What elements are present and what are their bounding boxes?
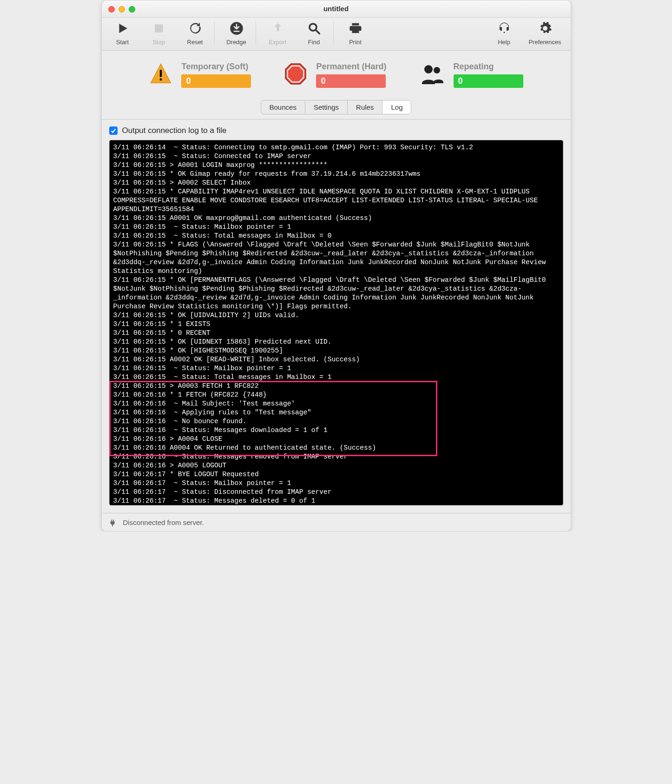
stat-label: Repeating (454, 62, 523, 72)
export-button[interactable]: Export (260, 21, 296, 46)
log-line: 3/11 06:26:17 ~ Status: Mailbox pointer … (113, 479, 559, 488)
log-terminal[interactable]: 3/11 06:26:14 ~ Status: Connecting to sm… (109, 140, 563, 505)
log-line: 3/11 06:26:15 ~ Status: Mailbox pointer … (113, 223, 559, 232)
toolbar-divider (256, 21, 256, 45)
stop-sign-icon (283, 62, 308, 88)
log-line: 3/11 06:26:16 ~ Applying rules to "Test … (113, 408, 559, 417)
log-line: 3/11 06:26:15 A0001 OK maxprog@gmail.com… (113, 214, 559, 223)
log-line: 3/11 06:26:15 ~ Status: Mailbox pointer … (113, 364, 559, 373)
log-line: 3/11 06:26:15 * FLAGS (\Answered \Flagge… (113, 240, 559, 276)
output-log-checkbox[interactable] (109, 126, 118, 135)
log-line: 3/11 06:26:15 * CAPABILITY IMAP4rev1 UNS… (113, 187, 559, 214)
stop-button[interactable]: Stop (141, 21, 177, 46)
tab-log[interactable]: Log (382, 100, 411, 114)
log-line: 3/11 06:26:16 ~ Mail Subject: 'Test mess… (113, 399, 559, 408)
play-icon (116, 21, 130, 37)
stat-count: 0 (181, 74, 251, 88)
stat-count: 0 (454, 74, 523, 88)
window-minimize-button[interactable] (119, 6, 125, 13)
log-line: 3/11 06:26:16 > A0004 CLOSE (113, 435, 559, 444)
window-traffic-lights (108, 6, 135, 13)
log-line: 3/11 06:26:15 > A0003 FETCH 1 RFC822 (113, 382, 559, 391)
toolbar: Start Stop Reset Dredge Export (102, 18, 571, 51)
toolbar-divider (333, 21, 334, 45)
help-icon (497, 21, 511, 37)
log-line: 3/11 06:26:15 > A0001 LOGIN maxprog ****… (113, 161, 559, 170)
svg-point-9 (424, 65, 433, 73)
status-bar: Disconnected from server. (102, 513, 571, 531)
log-line: 3/11 06:26:17 * BYE LOGOUT Requested (113, 470, 559, 479)
log-line: 3/11 06:26:15 * OK Gimap ready for reque… (113, 170, 559, 179)
search-icon (307, 21, 321, 37)
export-icon (271, 21, 285, 37)
status-text: Disconnected from server. (123, 518, 204, 526)
window-title: untitled (323, 5, 349, 13)
start-button[interactable]: Start (105, 21, 141, 46)
log-line: 3/11 06:26:16 ~ Status: Messages removed… (113, 452, 559, 461)
svg-line-4 (316, 30, 319, 34)
tabs-bar: Bounces Settings Rules Log (102, 100, 571, 120)
log-line: 3/11 06:26:16 ~ Status: Messages downloa… (113, 426, 559, 435)
log-line: 3/11 06:26:15 ~ Status: Total messages i… (113, 373, 559, 382)
stat-label: Permanent (Hard) (316, 62, 386, 72)
svg-rect-0 (155, 24, 163, 33)
log-line: 3/11 06:26:15 > A0002 SELECT Inbox (113, 179, 559, 187)
toolbar-divider (214, 21, 215, 45)
log-line: 3/11 06:26:14 ~ Status: Connecting to sm… (113, 143, 559, 152)
stats-row: Temporary (Soft) 0 Permanent (Hard) 0 Re… (102, 51, 571, 100)
svg-point-10 (434, 67, 440, 73)
log-line: 3/11 06:26:15 ~ Status: Connected to IMA… (113, 152, 559, 161)
log-line: 3/11 06:26:17 ~ Status: Messages deleted… (113, 497, 559, 505)
download-icon (230, 21, 244, 37)
log-line: 3/11 06:26:15 * OK [HIGHESTMODSEQ 190025… (113, 346, 559, 355)
log-line: 3/11 06:26:16 * 1 FETCH (RFC822 {7448} (113, 391, 559, 399)
svg-rect-5 (160, 70, 162, 77)
gear-icon (538, 21, 552, 37)
window-zoom-button[interactable] (129, 6, 135, 13)
svg-rect-6 (160, 79, 162, 80)
svg-marker-7 (286, 64, 306, 84)
dredge-button[interactable]: Dredge (218, 21, 255, 46)
log-line: 3/11 06:26:15 ~ Status: Total messages i… (113, 232, 559, 240)
log-line: 3/11 06:26:15 A0002 OK [READ-WRITE] Inbo… (113, 355, 559, 364)
stat-permanent: Permanent (Hard) 0 (283, 62, 386, 88)
reset-button[interactable]: Reset (177, 21, 213, 46)
log-line: 3/11 06:26:15 * OK [UIDVALIDITY 2] UIDs … (113, 311, 559, 320)
warning-icon (149, 62, 173, 88)
log-line: 3/11 06:26:15 * OK [UIDNEXT 15863] Predi… (113, 338, 559, 346)
log-line: 3/11 06:26:17 ~ Status: Disconnected fro… (113, 488, 559, 497)
log-line: 3/11 06:26:15 * 0 RECENT (113, 329, 559, 338)
window-close-button[interactable] (108, 6, 115, 13)
preferences-button[interactable]: Preferences (522, 21, 568, 46)
output-log-label: Output connection log to a file (122, 126, 227, 135)
print-button[interactable]: Print (337, 21, 374, 46)
reset-icon (188, 21, 202, 37)
stat-temporary: Temporary (Soft) 0 (149, 62, 251, 88)
stat-repeating: Repeating 0 (419, 62, 523, 88)
stat-count: 0 (316, 74, 386, 88)
tab-settings[interactable]: Settings (305, 100, 348, 114)
title-bar: untitled (102, 0, 571, 18)
svg-rect-2 (233, 31, 239, 32)
help-button[interactable]: Help (486, 21, 522, 46)
tab-rules[interactable]: Rules (348, 100, 382, 114)
log-line: 3/11 06:26:16 ~ No bounce found. (113, 417, 559, 426)
log-line: 3/11 06:26:16 > A0005 LOGOUT (113, 461, 559, 470)
find-button[interactable]: Find (296, 21, 332, 46)
stop-icon (152, 21, 166, 37)
tab-content: Output connection log to a file 3/11 06:… (102, 120, 571, 513)
log-line: 3/11 06:26:15 * 1 EXISTS (113, 320, 559, 329)
users-icon (419, 63, 445, 87)
app-window: untitled Start Stop Reset Dredge (101, 0, 571, 532)
log-line: 3/11 06:26:16 A0004 OK Returned to authe… (113, 444, 559, 452)
plug-icon (108, 517, 119, 527)
stat-label: Temporary (Soft) (181, 62, 251, 72)
tab-bounces[interactable]: Bounces (261, 100, 305, 114)
printer-icon (349, 21, 362, 37)
log-line: 3/11 06:26:15 * OK [PERMANENTFLAGS (\Ans… (113, 276, 559, 311)
